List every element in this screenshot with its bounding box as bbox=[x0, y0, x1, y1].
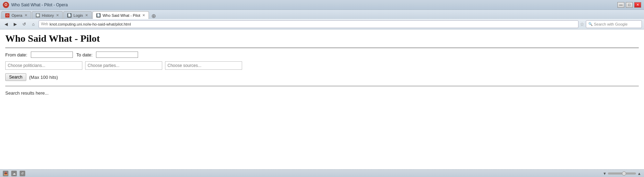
address-bar-container[interactable]: Web knot.computing.uni.no/w-ho-said-what… bbox=[39, 20, 578, 28]
tab-pilot-label: Who Said What - Pilot bbox=[103, 13, 141, 18]
zoom-thumb bbox=[622, 171, 626, 176]
home-button[interactable]: ⌂ bbox=[29, 20, 37, 28]
status-icon-2[interactable]: ☁ bbox=[11, 171, 17, 176]
sources-input[interactable] bbox=[165, 61, 242, 70]
zoom-controls: ▼ ▲ bbox=[603, 171, 641, 176]
maximize-button[interactable]: □ bbox=[626, 2, 633, 8]
back-button[interactable]: ◀ bbox=[2, 20, 10, 28]
filters-row bbox=[5, 61, 639, 70]
to-date-input[interactable] bbox=[96, 52, 138, 58]
tab-history-label: History bbox=[42, 13, 54, 18]
tab-login-favicon: 📄 bbox=[67, 13, 71, 18]
page-title: Who Said What - Pilot bbox=[5, 33, 639, 44]
from-date-label: From date: bbox=[5, 52, 27, 57]
nav-bar: ◀ ▶ ↺ ⌂ Web knot.computing.uni.no/w-ho-s… bbox=[0, 19, 644, 29]
tab-pilot-favicon: 📄 bbox=[96, 13, 101, 18]
forward-button[interactable]: ▶ bbox=[11, 20, 19, 28]
tab-history-close[interactable]: ✕ bbox=[56, 13, 59, 17]
tab-pilot[interactable]: 📄 Who Said What - Pilot ✕ bbox=[93, 11, 149, 19]
tab-login[interactable]: 📄 Login ✕ bbox=[63, 11, 92, 19]
tab-login-label: Login bbox=[74, 13, 83, 18]
zoom-slider[interactable] bbox=[608, 172, 636, 175]
status-bar: 📥 ☁ ↺ ▼ ▲ bbox=[0, 169, 644, 177]
search-nav-icon: 🔍 bbox=[588, 22, 592, 26]
politicians-input[interactable] bbox=[5, 61, 82, 70]
zoom-up-icon[interactable]: ▲ bbox=[637, 171, 641, 176]
search-results-placeholder: Search results here... bbox=[5, 90, 639, 96]
tab-history-favicon: 🕐 bbox=[36, 13, 40, 18]
address-bar-web-icon: Web bbox=[41, 22, 48, 26]
search-box[interactable]: 🔍 Search with Google bbox=[586, 20, 642, 28]
tab-opera-favicon: O bbox=[5, 13, 9, 18]
status-icons: 📥 ☁ ↺ bbox=[3, 171, 25, 176]
title-divider bbox=[5, 48, 639, 48]
tab-opera[interactable]: O Opera ✕ bbox=[1, 11, 31, 19]
address-bar-url: knot.computing.uni.no/w-ho-said-what/pil… bbox=[49, 22, 576, 26]
close-button[interactable]: ✕ bbox=[634, 2, 641, 8]
title-bar-left: O Who Said What - Pilot - Opera bbox=[3, 2, 68, 8]
page-content: Who Said What - Pilot From date: To date… bbox=[0, 29, 644, 169]
browser-window: O Who Said What - Pilot - Opera — □ ✕ O … bbox=[0, 0, 644, 177]
opera-logo-icon: O bbox=[3, 2, 9, 8]
zoom-down-icon[interactable]: ▼ bbox=[603, 171, 607, 176]
tab-opera-label: Opera bbox=[12, 13, 22, 18]
minimize-button[interactable]: — bbox=[617, 2, 624, 8]
bookmark-icon[interactable]: ☆ bbox=[580, 21, 584, 27]
new-tab-button[interactable]: ⊕ bbox=[150, 13, 157, 19]
window-controls: — □ ✕ bbox=[617, 2, 641, 8]
search-box-placeholder: Search with Google bbox=[594, 22, 628, 26]
results-divider bbox=[5, 86, 639, 86]
status-icon-3[interactable]: ↺ bbox=[20, 171, 25, 176]
tab-opera-close[interactable]: ✕ bbox=[25, 13, 27, 17]
reload-button[interactable]: ↺ bbox=[20, 20, 28, 28]
to-date-label: To date: bbox=[76, 52, 93, 57]
browser-title-text: Who Said What - Pilot - Opera bbox=[11, 2, 68, 7]
title-bar: O Who Said What - Pilot - Opera — □ ✕ bbox=[0, 0, 644, 10]
date-row: From date: To date: bbox=[5, 52, 639, 58]
tab-login-close[interactable]: ✕ bbox=[85, 13, 88, 17]
page-inner: Who Said What - Pilot From date: To date… bbox=[0, 29, 644, 169]
tab-history[interactable]: 🕐 History ✕ bbox=[32, 11, 63, 19]
status-icon-1[interactable]: 📥 bbox=[3, 171, 8, 176]
tab-pilot-close[interactable]: ✕ bbox=[142, 13, 145, 17]
tab-bar: O Opera ✕ 🕐 History ✕ 📄 Login ✕ 📄 Who Sa… bbox=[0, 10, 644, 19]
parties-input[interactable] bbox=[85, 61, 162, 70]
from-date-input[interactable] bbox=[31, 52, 73, 58]
max-hits-label: (Max 100 hits) bbox=[29, 75, 58, 80]
search-button[interactable]: Search bbox=[5, 73, 26, 81]
search-row: Search (Max 100 hits) bbox=[5, 73, 639, 81]
